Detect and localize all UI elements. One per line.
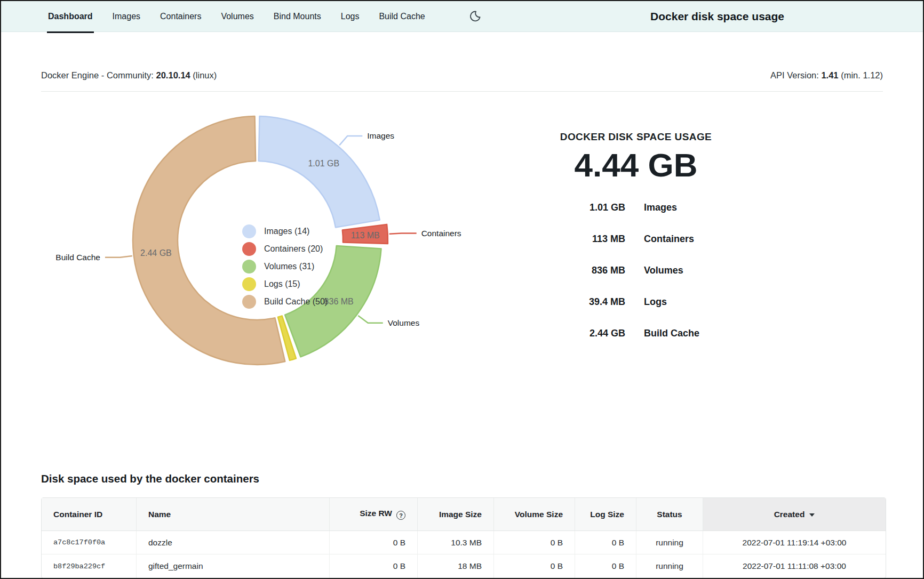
- stat-value-build-cache: 2.44 GB: [556, 328, 625, 339]
- chart-legend: Images (14)Containers (20)Volumes (31)Lo…: [242, 222, 328, 310]
- cell-volume-size: 0 B: [494, 531, 575, 554]
- segment-value-label: 836 MB: [324, 297, 354, 306]
- engine-prefix: Docker Engine - Community:: [41, 70, 154, 80]
- sort-descending-icon: [809, 513, 815, 517]
- legend-label: Logs (15): [264, 279, 300, 289]
- legend-label: Containers (20): [264, 244, 323, 254]
- cell-name: dozzle: [137, 531, 330, 554]
- cell-size-rw: 0 B: [330, 531, 418, 554]
- column-header-image-size[interactable]: Image Size: [418, 498, 494, 531]
- tab-dashboard[interactable]: Dashboard: [48, 1, 93, 31]
- usage-total-value: 4.44 GB: [556, 146, 716, 184]
- column-header-label: Name: [148, 510, 171, 519]
- cell-log-size: 0 B: [575, 554, 636, 578]
- column-header-label: Created: [774, 510, 805, 519]
- tab-containers[interactable]: Containers: [160, 1, 201, 31]
- stat-value-volumes: 836 MB: [556, 265, 625, 276]
- column-header-container-id[interactable]: Container ID: [42, 498, 137, 531]
- cell-size-rw: 0 B: [330, 554, 418, 578]
- api-prefix: API Version:: [770, 70, 819, 80]
- cell-image-size: 18 MB: [418, 554, 494, 578]
- table-row[interactable]: a7c8c17f0f0adozzle0 B10.3 MB0 B0 Brunnin…: [42, 531, 886, 554]
- column-header-label: Status: [657, 510, 682, 519]
- callout-label-containers: Containers: [421, 229, 461, 238]
- segment-value-label: 2.44 GB: [140, 248, 172, 258]
- column-header-volume-size[interactable]: Volume Size: [494, 498, 575, 531]
- legend-bullet-icon: [242, 277, 256, 291]
- callout-line: [389, 234, 417, 234]
- stat-label-containers: Containers: [644, 234, 748, 245]
- app-title: Docker disk space usage: [650, 1, 784, 31]
- engine-platform: (linux): [193, 70, 217, 80]
- callout-label-images: Images: [367, 131, 394, 140]
- dark-mode-toggle[interactable]: [469, 1, 481, 31]
- donut-segment-images[interactable]: [259, 116, 380, 227]
- column-header-status[interactable]: Status: [636, 498, 703, 531]
- cell-status: running: [636, 531, 703, 554]
- callout-line: [358, 316, 383, 323]
- legend-bullet-icon: [242, 242, 256, 256]
- legend-item-volumes[interactable]: Volumes (31): [242, 258, 328, 275]
- api-version-info: API Version: 1.41 (min. 1.12): [770, 70, 883, 81]
- column-header-label: Container ID: [53, 510, 102, 519]
- table-heading: Disk space used by the docker containers: [41, 471, 883, 486]
- tab-build-cache[interactable]: Build Cache: [379, 1, 425, 31]
- table-row[interactable]: b8f29ba229cfgifted_germain0 B18 MB0 B0 B…: [42, 554, 886, 578]
- cell-container-id: b8f29ba229cf: [42, 554, 137, 578]
- nav-tabs: DashboardImagesContainersVolumesBind Mou…: [48, 1, 425, 31]
- callout-label-build-cache: Build Cache: [55, 253, 100, 262]
- segment-value-label: 1.01 GB: [308, 159, 339, 168]
- chart-area: 1.01 GBImages113 MBContainers836 MBVolum…: [1, 92, 923, 460]
- stat-value-images: 1.01 GB: [556, 202, 625, 213]
- table-body: a7c8c17f0f0adozzle0 B10.3 MB0 B0 Brunnin…: [42, 531, 886, 578]
- engine-info-row: Docker Engine - Community: 20.10.14 (lin…: [41, 32, 883, 91]
- callout-line: [105, 256, 132, 258]
- tab-images[interactable]: Images: [113, 1, 140, 31]
- column-header-label: Image Size: [439, 510, 482, 519]
- containers-table: Container IDNameSize RW?Image SizeVolume…: [41, 497, 886, 578]
- tab-bind-mounts[interactable]: Bind Mounts: [274, 1, 321, 31]
- segment-value-label: 113 MB: [351, 231, 380, 240]
- tab-volumes[interactable]: Volumes: [221, 1, 253, 31]
- column-header-label: Volume Size: [515, 510, 563, 519]
- app-window: DashboardImagesContainersVolumesBind Mou…: [0, 0, 924, 579]
- column-header-log-size[interactable]: Log Size: [575, 498, 636, 531]
- cell-image-size: 10.3 MB: [418, 531, 494, 554]
- moon-icon: [469, 10, 481, 22]
- column-header-label: Log Size: [590, 510, 624, 519]
- legend-item-containers[interactable]: Containers (20): [242, 240, 328, 258]
- legend-bullet-icon: [242, 260, 256, 274]
- legend-item-images[interactable]: Images (14): [242, 222, 328, 240]
- legend-label: Volumes (31): [264, 262, 314, 271]
- stat-value-containers: 113 MB: [556, 234, 625, 245]
- tab-logs[interactable]: Logs: [341, 1, 360, 31]
- legend-item-logs[interactable]: Logs (15): [242, 275, 328, 293]
- legend-item-build-cache[interactable]: Build Cache (50): [242, 293, 328, 310]
- callout-label-volumes: Volumes: [388, 318, 420, 327]
- help-icon[interactable]: ?: [396, 511, 405, 520]
- stat-value-logs: 39.4 MB: [556, 296, 625, 308]
- column-header-name[interactable]: Name: [137, 498, 330, 531]
- column-header-created[interactable]: Created: [703, 498, 886, 531]
- callout-line: [339, 136, 362, 145]
- cell-name: gifted_germain: [137, 554, 330, 578]
- cell-log-size: 0 B: [575, 531, 636, 554]
- engine-version: 20.10.14: [156, 70, 190, 80]
- api-version: 1.41: [821, 70, 838, 80]
- table-header-row: Container IDNameSize RW?Image SizeVolume…: [42, 498, 886, 531]
- stat-label-build-cache: Build Cache: [644, 328, 748, 339]
- cell-status: running: [636, 554, 703, 578]
- legend-bullet-icon: [242, 224, 256, 238]
- cell-created: 2022-07-01 11:19:14 +03:00: [703, 531, 886, 554]
- legend-label: Build Cache (50): [264, 297, 328, 307]
- usage-stats-list: 1.01 GBImages113 MBContainers836 MBVolum…: [556, 192, 748, 349]
- column-header-label: Size RW: [360, 509, 392, 518]
- cell-created: 2022-07-01 11:11:08 +03:00: [703, 554, 886, 578]
- cell-container-id: a7c8c17f0f0a: [42, 531, 137, 554]
- usage-summary-title: DOCKER DISK SPACE USAGE: [556, 131, 716, 143]
- legend-bullet-icon: [242, 295, 256, 309]
- api-min: (min. 1.12): [841, 70, 883, 80]
- column-header-size-rw[interactable]: Size RW?: [330, 498, 418, 531]
- stat-label-volumes: Volumes: [644, 265, 748, 276]
- cell-volume-size: 0 B: [494, 554, 575, 578]
